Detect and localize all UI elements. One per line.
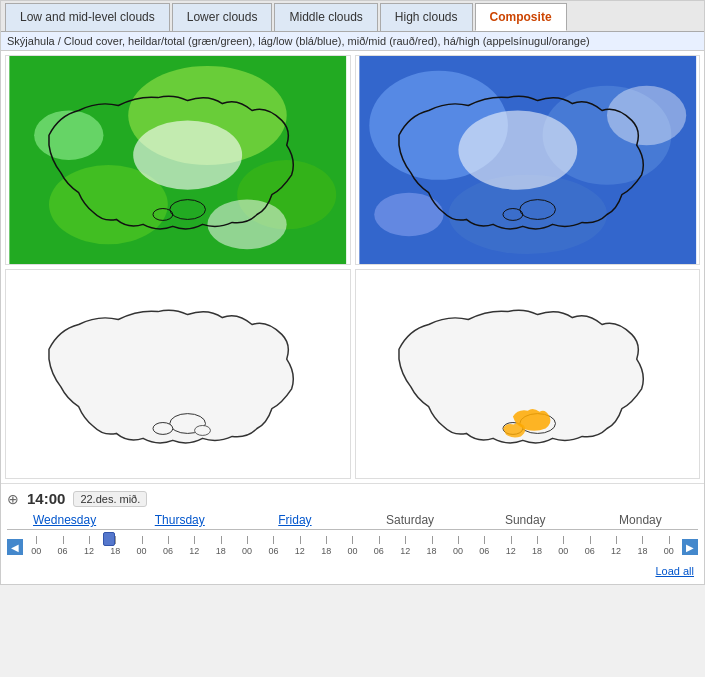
hour-tick[interactable]: 06: [49, 532, 75, 556]
hour-tick[interactable]: 06: [260, 532, 286, 556]
svg-point-13: [458, 110, 577, 189]
description-bar: Skýjahula / Cloud cover, heildar/total (…: [1, 32, 704, 51]
svg-point-15: [374, 193, 443, 237]
hour-tick[interactable]: 00: [339, 532, 365, 556]
svg-point-5: [207, 200, 286, 250]
day-monday: Monday: [583, 513, 698, 527]
map-top-left: [5, 55, 351, 265]
date-badge: 22.des. mið.: [73, 491, 147, 507]
day-thursday[interactable]: Thursday: [122, 513, 237, 527]
hour-tick[interactable]: 12: [76, 532, 102, 556]
timeline-slider[interactable]: [103, 532, 115, 546]
map-bottom-left: [5, 269, 351, 479]
svg-point-14: [606, 86, 685, 145]
hour-tick[interactable]: 18: [629, 532, 655, 556]
day-saturday: Saturday: [353, 513, 468, 527]
map-top-right: [355, 55, 701, 265]
map-grid: [1, 51, 704, 483]
hours-wrapper: ◀ 00061218000612180006121800061218000612…: [7, 532, 698, 562]
time-value: 14:00: [27, 490, 65, 507]
hour-tick[interactable]: 06: [366, 532, 392, 556]
hour-tick[interactable]: 12: [497, 532, 523, 556]
tab-bar: Low and mid-level clouds Lower clouds Mi…: [1, 1, 704, 32]
svg-point-6: [34, 110, 103, 160]
time-info: ⊕ 14:00 22.des. mið.: [7, 490, 698, 507]
load-all-row: Load all: [7, 562, 698, 580]
tab-middle[interactable]: Middle clouds: [274, 3, 377, 31]
hour-tick[interactable]: 12: [287, 532, 313, 556]
timeline-prev-button[interactable]: ◀: [7, 539, 23, 555]
days-row: Wednesday Thursday Friday Saturday Sunda…: [7, 513, 698, 530]
hour-tick[interactable]: 18: [524, 532, 550, 556]
day-wednesday[interactable]: Wednesday: [7, 513, 122, 527]
hour-tick[interactable]: 18: [418, 532, 444, 556]
tab-lower[interactable]: Lower clouds: [172, 3, 273, 31]
svg-point-20: [153, 423, 173, 435]
hour-tick[interactable]: 12: [603, 532, 629, 556]
hour-tick[interactable]: 18: [313, 532, 339, 556]
tab-low-mid[interactable]: Low and mid-level clouds: [5, 3, 170, 31]
hour-tick[interactable]: 06: [577, 532, 603, 556]
timeline-section: ⊕ 14:00 22.des. mið. Wednesday Thursday …: [1, 483, 704, 584]
day-friday[interactable]: Friday: [237, 513, 352, 527]
hours-row: 0006121800061218000612180006121800061218…: [23, 532, 682, 556]
hour-tick[interactable]: 00: [445, 532, 471, 556]
hour-tick[interactable]: 00: [550, 532, 576, 556]
hour-tick[interactable]: 12: [181, 532, 207, 556]
clock-icon: ⊕: [7, 491, 19, 507]
hour-tick[interactable]: 00: [656, 532, 682, 556]
hour-tick[interactable]: 12: [392, 532, 418, 556]
day-sunday: Sunday: [468, 513, 583, 527]
hour-tick[interactable]: 06: [155, 532, 181, 556]
hour-tick[interactable]: 00: [128, 532, 154, 556]
tab-composite[interactable]: Composite: [475, 3, 567, 31]
load-all-link[interactable]: Load all: [655, 565, 694, 577]
svg-point-21: [195, 426, 211, 436]
main-container: Low and mid-level clouds Lower clouds Mi…: [0, 0, 705, 585]
hours-track[interactable]: 0006121800061218000612180006121800061218…: [23, 532, 682, 562]
map-bottom-right: [355, 269, 701, 479]
timeline-next-button[interactable]: ▶: [682, 539, 698, 555]
hour-tick[interactable]: 06: [471, 532, 497, 556]
svg-point-4: [133, 120, 242, 189]
hour-tick[interactable]: 00: [234, 532, 260, 556]
tab-high[interactable]: High clouds: [380, 3, 473, 31]
hour-tick[interactable]: 00: [23, 532, 49, 556]
hour-tick[interactable]: 18: [208, 532, 234, 556]
